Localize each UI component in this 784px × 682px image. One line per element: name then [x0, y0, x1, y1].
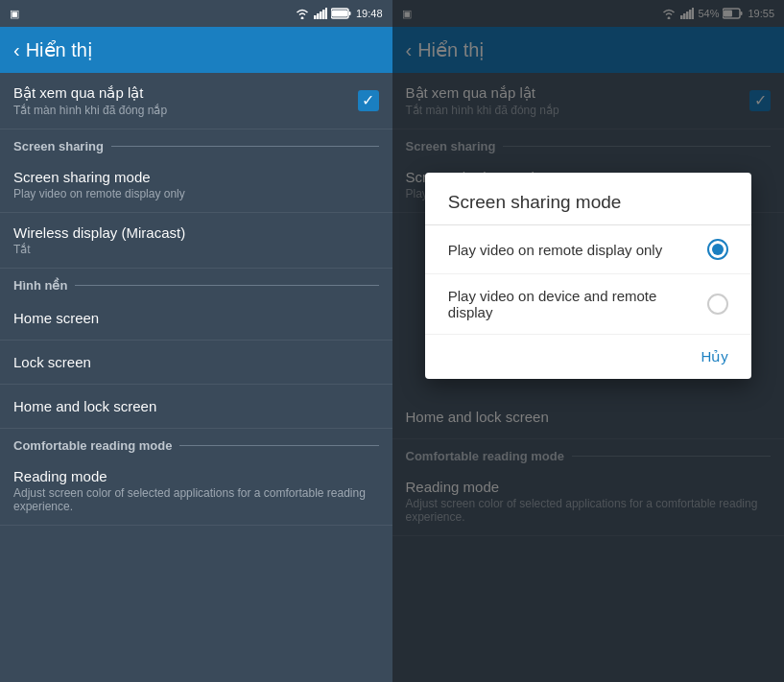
home-screen-title-left: Home screen: [13, 310, 379, 326]
flip-cover-subtitle: Tắt màn hình khi đã đóng nắp: [13, 104, 167, 117]
lock-screen-item-left[interactable]: Lock screen: [0, 341, 392, 385]
screen-sharing-label-left: Screen sharing: [13, 139, 104, 153]
right-panel: ▣ 54% 19:55 ‹: [392, 0, 785, 682]
left-status-bar: ▣ 19:48: [0, 0, 392, 27]
dialog-option-2[interactable]: Play video on device and remote display: [425, 274, 751, 335]
dialog-option-1-label: Play video on remote display only: [448, 242, 707, 258]
screen-sharing-mode-item-left[interactable]: Screen sharing mode Play video on remote…: [0, 157, 392, 213]
left-settings-content: Bật xem qua nắp lật Tắt màn hình khi đã …: [0, 73, 392, 682]
svg-rect-6: [348, 12, 350, 15]
left-panel: ▣ 19:48: [0, 0, 392, 682]
lock-screen-title-left: Lock screen: [13, 354, 379, 370]
reading-mode-label-left: Comfortable reading mode: [13, 438, 172, 453]
reading-mode-item-left[interactable]: Reading mode Adjust screen color of sele…: [0, 457, 392, 526]
wireless-display-subtitle-left: Tắt: [13, 243, 185, 256]
dialog-option-1[interactable]: Play video on remote display only: [425, 225, 751, 274]
left-app-icon: ▣: [10, 8, 19, 20]
dialog-cancel-area: Hủy: [425, 335, 751, 379]
wireless-display-title-left: Wireless display (Miracast): [13, 224, 185, 241]
dialog-option-2-label: Play video on device and remote display: [448, 288, 707, 320]
left-status-right: 19:48: [295, 8, 383, 19]
reading-mode-title-left: Reading mode: [13, 468, 379, 484]
home-screen-item-left[interactable]: Home screen: [0, 296, 392, 341]
left-header-title: Hiển thị: [26, 38, 93, 61]
svg-rect-7: [332, 11, 347, 17]
home-lock-screen-title-left: Home and lock screen: [13, 398, 379, 414]
reading-mode-section-left: Comfortable reading mode: [0, 429, 392, 457]
flip-cover-title: Bật xem qua nắp lật: [13, 84, 167, 102]
left-time: 19:48: [356, 8, 383, 19]
wallpaper-section-left: Hình nền: [0, 269, 392, 296]
signal-icon: [314, 8, 327, 19]
dialog-title: Screen sharing mode: [425, 173, 751, 225]
screen-sharing-dialog: Screen sharing mode Play video on remote…: [425, 173, 751, 379]
wireless-display-item-left[interactable]: Wireless display (Miracast) Tắt: [0, 213, 392, 269]
flip-cover-item[interactable]: Bật xem qua nắp lật Tắt màn hình khi đã …: [0, 73, 392, 129]
screen-sharing-mode-title-left: Screen sharing mode: [13, 169, 185, 185]
left-back-icon[interactable]: ‹: [13, 39, 20, 61]
screen-sharing-mode-subtitle-left: Play video on remote display only: [13, 187, 185, 200]
dialog-cancel-button[interactable]: Hủy: [701, 348, 727, 365]
svg-rect-1: [317, 13, 320, 19]
battery-icon: [331, 8, 352, 19]
svg-rect-2: [320, 12, 322, 19]
screen-sharing-section-left: Screen sharing: [0, 129, 392, 157]
svg-rect-4: [325, 8, 327, 19]
flip-cover-checkbox[interactable]: ✓: [358, 90, 379, 111]
reading-mode-subtitle-left: Adjust screen color of selected applicat…: [13, 486, 379, 513]
left-header: ‹ Hiển thị: [0, 27, 392, 73]
dialog-overlay: Screen sharing mode Play video on remote…: [392, 0, 785, 682]
dialog-radio-2[interactable]: [707, 294, 728, 315]
svg-rect-0: [314, 15, 317, 19]
svg-rect-3: [322, 10, 325, 19]
wifi-icon: [295, 8, 310, 19]
wallpaper-label-left: Hình nền: [13, 278, 67, 293]
left-status-left: ▣: [10, 8, 19, 20]
home-lock-screen-item-left[interactable]: Home and lock screen: [0, 385, 392, 429]
dialog-radio-1[interactable]: [707, 239, 728, 260]
